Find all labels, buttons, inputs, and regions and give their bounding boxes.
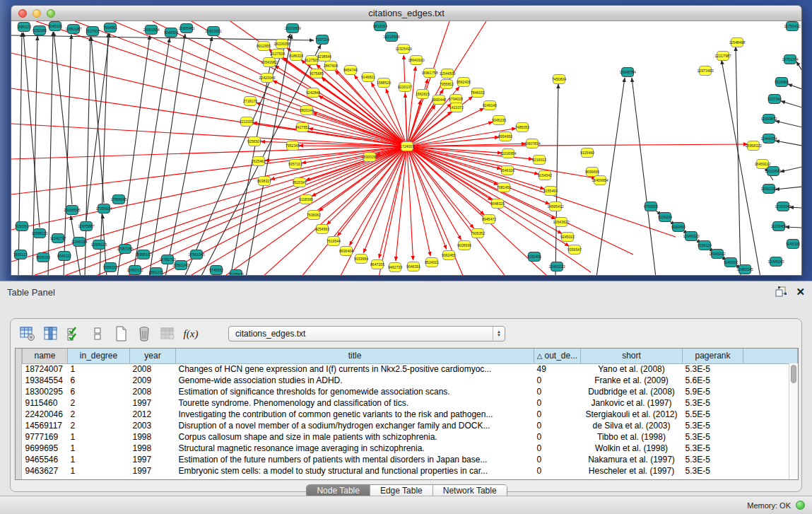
column-header-short[interactable]: short <box>581 349 683 363</box>
table-cell[interactable]: 18300295 <box>23 386 68 397</box>
table-cell[interactable]: 5.6E-5 <box>683 375 743 386</box>
table-cell[interactable]: Yano et al. (2008) <box>581 363 683 375</box>
table-cell[interactable]: 1 <box>68 431 130 443</box>
table-cell[interactable]: Tibbo et al. (1998) <box>581 431 683 443</box>
network-node[interactable]: 8427552 <box>295 123 310 132</box>
network-node[interactable]: 7636062 <box>307 211 321 220</box>
network-node[interactable]: 7952345 <box>286 141 300 151</box>
network-node[interactable]: 10945323 <box>683 232 699 241</box>
table-cell[interactable]: 1997 <box>130 465 176 477</box>
network-node[interactable]: 9357101 <box>288 160 302 169</box>
table-cell[interactable]: Disruption of a novel member of a sodium… <box>176 420 534 431</box>
table-row[interactable]: 977716911998Corpus callosum shape and si… <box>23 431 798 443</box>
network-node[interactable]: 8524021 <box>425 258 439 267</box>
network-node[interactable]: 8647205 <box>370 260 384 269</box>
network-node[interactable]: 9046391 <box>406 262 420 271</box>
network-node[interactable]: 8520347 <box>293 178 307 187</box>
network-node[interactable]: 17561045 <box>188 250 204 259</box>
network-node[interactable]: 9375685 <box>310 69 324 78</box>
network-node[interactable]: 16033809 <box>284 24 300 33</box>
table-cell[interactable]: 2 <box>68 409 130 420</box>
table-cell[interactable]: Jankovic et al. (1997) <box>581 397 683 409</box>
table-cell[interactable]: 2003 <box>130 420 176 431</box>
network-node[interactable]: 9154542 <box>538 171 552 180</box>
network-node[interactable]: 9150234 <box>658 213 672 222</box>
table-row[interactable]: 1872400712008Changes of HCN gene express… <box>23 363 798 375</box>
table-cell[interactable]: Investigating the contribution of common… <box>176 409 534 420</box>
table-cell[interactable]: Embryonic stem cells: a model to study s… <box>176 465 534 477</box>
table-cell[interactable]: Stergiakouli et al. (2012) <box>581 409 683 420</box>
network-node[interactable]: 16961758 <box>421 69 437 78</box>
network-node[interactable]: 18640910 <box>408 56 424 65</box>
network-node[interactable]: 9256507 <box>247 137 261 146</box>
network-node[interactable]: 9028936 <box>457 241 471 250</box>
network-node[interactable]: 16945022 <box>709 250 725 259</box>
network-node[interactable]: 9699695 <box>585 168 599 177</box>
network-node[interactable]: 8093456 <box>671 223 686 232</box>
table-settings-icon[interactable] <box>19 325 36 342</box>
table-cell[interactable]: 18724007 <box>23 363 68 375</box>
network-node[interactable]: 12093872 <box>760 115 777 124</box>
network-node[interactable]: 10607834 <box>524 139 540 148</box>
network-node[interactable]: 2213333 <box>240 117 254 127</box>
network-node[interactable]: 17858045 <box>110 195 126 204</box>
table-cell[interactable]: 5.3E-5 <box>683 454 743 465</box>
network-node[interactable]: 12450122 <box>126 266 143 275</box>
network-node[interactable]: 7846032 <box>471 88 485 98</box>
table-cell[interactable]: 5.3E-5 <box>683 420 743 431</box>
network-node[interactable]: 8249146 <box>483 101 497 110</box>
table-cell[interactable]: Corpus callosum shape and size in male p… <box>176 431 534 443</box>
network-node[interactable]: 12325419 <box>395 45 411 54</box>
network-node[interactable]: 7485053 <box>515 123 529 132</box>
table-cell[interactable]: 1 <box>68 443 130 454</box>
network-node[interactable]: 9254563 <box>315 225 329 234</box>
new-table-icon[interactable] <box>112 325 129 342</box>
table-cell[interactable]: 0 <box>534 375 581 386</box>
table-cell[interactable]: 5.3E-5 <box>683 431 743 443</box>
table-row[interactable]: 1938455462009Genome-wide association stu… <box>23 375 798 386</box>
network-node[interactable]: 10235611 <box>228 270 245 276</box>
network-node[interactable]: 12444154 <box>760 134 777 144</box>
network-node[interactable]: 8936404 <box>339 247 353 256</box>
table-cell[interactable]: Changes of HCN gene expression and I(f) … <box>176 363 534 375</box>
network-node[interactable]: 15958323 <box>745 141 761 151</box>
network-node[interactable]: 8038327 <box>257 177 271 186</box>
table-row[interactable]: 946554611997Estimation of the future num… <box>23 454 798 465</box>
network-node[interactable]: 11342737 <box>50 234 66 243</box>
network-node[interactable]: 9150456 <box>527 252 541 262</box>
network-node[interactable]: 7450834 <box>552 75 566 84</box>
network-node[interactable]: 11203450 <box>771 222 787 231</box>
table-cell[interactable]: Genome-wide association studies in ADHD. <box>176 375 534 386</box>
table-cell[interactable]: 0 <box>534 465 581 477</box>
network-node[interactable]: 16409954 <box>592 176 608 185</box>
network-node[interactable]: 15692391 <box>760 185 777 194</box>
table-vertical-scrollbar[interactable] <box>789 363 798 479</box>
table-row[interactable]: 946362711997Embryonic stem cells: a mode… <box>23 465 798 477</box>
delete-table-icon[interactable] <box>136 325 153 342</box>
column-header-name[interactable]: name <box>23 349 68 363</box>
network-graph[interactable]: 1724007891295518226058912750810543962224… <box>11 21 802 276</box>
network-node[interactable]: 18226058 <box>273 40 290 49</box>
table-cell[interactable]: 5.3E-5 <box>683 465 743 477</box>
network-node[interactable]: 10543622 <box>553 218 569 227</box>
network-node[interactable]: 9745032 <box>209 266 223 275</box>
tab-edge-table[interactable]: Edge Table <box>370 485 433 497</box>
network-node[interactable]: 9356022 <box>103 263 117 272</box>
float-panel-icon[interactable] <box>775 286 787 298</box>
table-cell[interactable]: 0 <box>534 386 581 397</box>
table-cell[interactable]: 0 <box>534 431 581 443</box>
table-cell[interactable]: 6 <box>68 375 130 386</box>
network-node[interactable]: 11548498 <box>729 38 746 47</box>
table-cell[interactable]: 14569117 <box>23 420 68 431</box>
table-cell[interactable]: 5.5E-5 <box>683 409 743 420</box>
network-node[interactable]: 9242848 <box>306 88 320 98</box>
table-cell[interactable]: 0 <box>534 454 581 465</box>
tab-node-table[interactable]: Node Table <box>307 485 370 497</box>
network-node[interactable]: 7955812 <box>440 80 454 89</box>
table-column-icon[interactable] <box>42 325 59 342</box>
network-node[interactable]: 12450345 <box>736 265 753 274</box>
network-node[interactable]: 7619544 <box>326 237 341 246</box>
table-row[interactable]: 969969511998Structural magnetic resonanc… <box>23 443 798 454</box>
network-node[interactable]: 8561235 <box>149 268 163 276</box>
network-node[interactable]: 9152086 <box>33 26 47 35</box>
